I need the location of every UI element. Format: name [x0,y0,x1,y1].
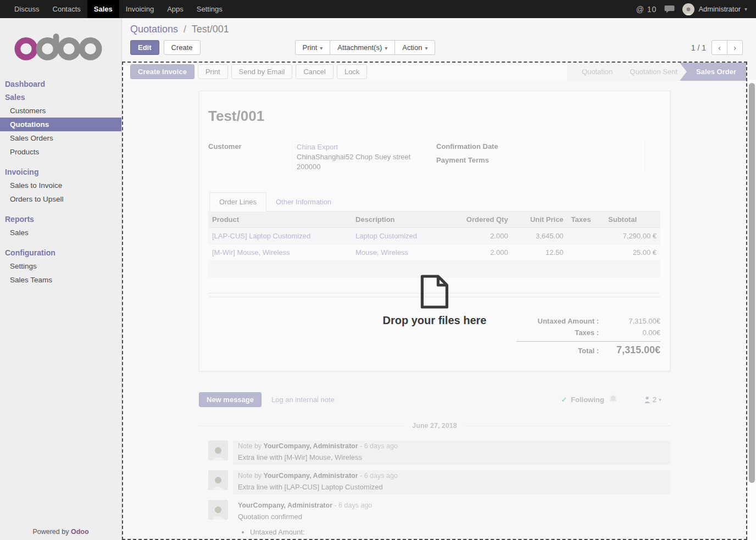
stage-sales-order[interactable]: Sales Order [680,63,746,81]
chevron-down-icon: ▾ [744,6,747,12]
topnav-item-settings[interactable]: Settings [190,0,229,18]
print-dropdown-label: Print [303,43,318,52]
column-header-description[interactable]: Description [352,211,445,228]
document-sheet: Test/001 Customer China Export ChinaShan… [199,91,670,371]
sidebar-section-header-sales[interactable]: Sales [0,91,121,104]
cell-description[interactable]: Laptop Customized [352,228,445,244]
followers-dropdown[interactable]: 2 ▾ [644,396,662,404]
table-empty-cell [208,261,660,277]
breadcrumb-parent[interactable]: Quotations [130,24,178,35]
attachment-s-dropdown-label: Attachment(s) [337,43,382,52]
cell-product[interactable]: [LAP-CUS] Laptop Customized [208,228,352,244]
print-dropdown-button[interactable]: Print▾ [295,40,331,55]
sidebar-item-products[interactable]: Products [0,145,121,159]
person-icon [644,396,651,403]
table-empty-row[interactable] [208,261,660,277]
message-author[interactable]: YourCompany, Administrator [264,472,358,480]
customer-value: China Export ChinaShanghai52 Chop Suey s… [292,141,436,172]
sidebar-item-customers[interactable]: Customers [0,104,121,118]
cell-description[interactable]: Mouse, Wireless [352,244,445,261]
sidebar-item-sales-teams[interactable]: Sales Teams [0,273,121,287]
pager-next-button[interactable]: › [727,40,743,55]
scrollbar-track[interactable] [747,80,756,540]
column-header-unit-price[interactable]: Unit Price [512,211,568,228]
stage-quotation[interactable]: Quotation [567,63,622,81]
breadcrumb: Quotations / Test/001 [130,24,747,35]
message-author[interactable]: YourCompany, Administrator [264,442,358,450]
column-header-taxes[interactable]: Taxes [568,211,604,228]
total-value: 7,315.00€ [599,344,660,356]
user-avatar [682,3,694,15]
sidebar-section-reports: ReportsSales [0,213,121,240]
chatter: New message Log an internal note ✓ Follo… [199,392,670,539]
bell-icon[interactable] [609,394,617,405]
user-name: Administrator [698,5,741,13]
message-prefix: Note by [238,472,264,480]
field-groups: Customer China Export ChinaShanghai52 Ch… [208,141,660,172]
message-author[interactable]: YourCompany, Administrator [238,502,332,509]
cell-product[interactable]: [M-Wir] Mouse, Wireless [208,244,352,261]
sidebar-section-header-reports[interactable]: Reports [0,213,121,226]
new-message-button[interactable]: New message [199,392,262,407]
topnav-item-invoicing[interactable]: Invoicing [119,0,160,18]
sidebar-menu: DashboardSalesCustomersQuotationsSales O… [0,77,121,287]
message-content: Note by YourCompany, Administrator - 6 d… [233,470,670,494]
tab-order-lines[interactable]: Order Lines [209,192,266,211]
table-row[interactable]: [M-Wir] Mouse, WirelessMouse, Wireless2.… [208,244,660,261]
chevron-down-icon: ▾ [385,45,387,51]
total-separator [516,341,660,342]
action-dropdowns: Print▾Attachment(s)▾Action▾ [295,40,436,55]
customer-link[interactable]: China Export [297,143,338,151]
sidebar-section-header-configuration[interactable]: Configuration [0,246,121,259]
sidebar-item-sales-orders[interactable]: Sales Orders [0,131,121,145]
action-dropdown-button[interactable]: Action▾ [394,40,435,55]
send-by-email-button[interactable]: Send by Email [231,64,293,79]
lock-button[interactable]: Lock [337,64,367,79]
edit-button[interactable]: Edit [130,40,159,55]
following-button[interactable]: Following [571,396,604,404]
powered-by-brand[interactable]: Odoo [71,528,89,536]
breadcrumb-separator: / [184,24,186,35]
topnav-item-sales[interactable]: Sales [87,0,119,18]
create-button[interactable]: Create [164,40,201,55]
date-separator-label: June 27, 2018 [412,422,457,430]
sidebar-item-orders-to-upsell[interactable]: Orders to Upsell [0,192,121,206]
notebook-tabs: Order LinesOther Information [208,192,660,211]
print-button[interactable]: Print [198,64,228,79]
sidebar-section-header-invoicing[interactable]: Invoicing [0,165,121,179]
column-header-ordered-qty[interactable]: Ordered Qty [445,211,512,228]
column-header-subtotal[interactable]: Subtotal [604,211,660,228]
control-panel: Quotations / Test/001 Edit Create Print▾… [122,18,756,62]
taxes-label: Taxes : [575,329,599,337]
pager-previous-button[interactable]: ‹ [711,40,727,55]
file-drop-zone[interactable]: Create InvoicePrintSend by EmailCancelLo… [122,62,747,540]
scrollbar-thumb[interactable] [749,83,755,483]
column-header-product[interactable]: Product [208,211,352,228]
separator-line [208,293,660,293]
sidebar-item-sales[interactable]: Sales [0,226,121,240]
sidebar-item-settings[interactable]: Settings [0,259,121,273]
sidebar-link-dashboard[interactable]: Dashboard [0,77,121,91]
message-list: Note by YourCompany, Administrator - 6 d… [199,439,670,539]
create-invoice-button[interactable]: Create Invoice [130,64,194,79]
table-row[interactable]: [LAP-CUS] Laptop CustomizedLaptop Custom… [208,228,660,244]
topnav-item-apps[interactable]: Apps [160,0,190,18]
tab-other-information[interactable]: Other Information [266,193,341,211]
chatter-message: Note by YourCompany, Administrator - 6 d… [199,439,670,466]
sidebar-item-quotations[interactable]: Quotations [0,118,121,131]
topnav-item-contacts[interactable]: Contacts [46,0,87,18]
statusbar-buttons: Create InvoicePrintSend by EmailCancelLo… [130,64,367,79]
sidebar-section-invoicing: InvoicingSales to InvoiceOrders to Upsel… [0,165,121,206]
log-internal-note-button[interactable]: Log an internal note [271,396,335,404]
record-title: Test/001 [208,108,660,125]
message-bullet-item: Taxes: [250,537,665,539]
stage-quotation-sent[interactable]: Quotation Sent [615,63,687,81]
topnav-item-discuss[interactable]: Discuss [8,0,46,18]
sidebar-item-sales-to-invoice[interactable]: Sales to Invoice [0,179,121,192]
user-menu[interactable]: Administrator ▾ [682,3,747,15]
chat-bubble-icon[interactable] [664,5,675,13]
message-header: YourCompany, Administrator - 6 days ago [238,502,665,509]
mentions-counter[interactable]: @ 10 [636,5,657,14]
attachment-s-dropdown-button[interactable]: Attachment(s)▾ [330,40,395,55]
cancel-button[interactable]: Cancel [296,64,333,79]
